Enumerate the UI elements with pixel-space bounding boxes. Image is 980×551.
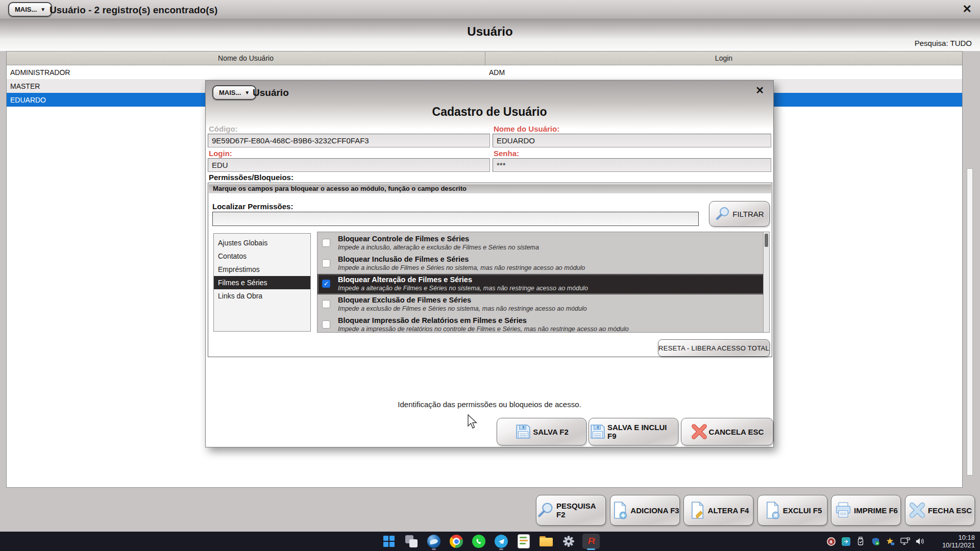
active-indicator <box>587 548 595 550</box>
gear-icon <box>562 535 575 548</box>
file-explorer-button[interactable] <box>535 532 557 551</box>
active-app-button[interactable]: Ft <box>580 532 602 551</box>
permission-title: Bloquear Inclusão de Filmes e Séries <box>338 255 759 264</box>
permission-list: Bloquear Controle de Filmes e Séries Imp… <box>317 232 770 333</box>
senha-field[interactable]: *** <box>493 158 771 172</box>
senha-label: Senha: <box>494 149 519 158</box>
page-title: Usuário <box>0 24 980 39</box>
fecha-label: FECHA ESC <box>928 506 972 515</box>
salva-inclui-button[interactable]: SALVA E INCLUI F9 <box>589 418 678 445</box>
magnifier-icon <box>715 206 731 222</box>
clock-time: 10:18 <box>958 534 975 541</box>
chevron-down-icon: ▼ <box>244 90 250 95</box>
scrollbar-thumb[interactable] <box>765 234 768 247</box>
app-screen: MAIS... ▼ Usuário - 2 registro(s) encont… <box>0 0 980 551</box>
mais-menu-label: MAIS... <box>15 6 37 13</box>
salva-button[interactable]: SALVA F2 <box>497 418 586 445</box>
table-row[interactable]: ADMINISTRADOR ADM <box>7 65 962 79</box>
permission-item[interactable]: Bloquear Exclusão de Filmes e Séries Imp… <box>317 294 769 315</box>
adiciona-button[interactable]: ADICIONA F3 <box>610 495 680 525</box>
tray-star-icon[interactable] <box>885 536 895 546</box>
settings-button[interactable] <box>557 532 580 551</box>
start-button[interactable] <box>378 532 400 551</box>
page-pencil-icon <box>688 501 706 519</box>
permissions-groupbox: Marque os campos para bloquear o acesso … <box>208 183 772 357</box>
tray-network-display-icon[interactable] <box>900 536 910 546</box>
nome-field[interactable]: EDUARDO <box>493 134 771 147</box>
pesquisa-label: PESQUISA F2 <box>556 502 605 519</box>
task-view-button[interactable] <box>400 532 423 551</box>
permission-description: Impede a alteração de Filmes e Séries no… <box>338 285 759 292</box>
task-view-icon <box>405 535 418 547</box>
altera-button[interactable]: ALTERA F4 <box>683 495 753 525</box>
permission-description: Impede a impressão de relatórios no cont… <box>338 325 759 333</box>
pesquisa-button[interactable]: PESQUISA F2 <box>536 495 606 525</box>
magnifier-icon <box>536 501 555 519</box>
clock-date: 10/11/2021 <box>942 541 975 549</box>
fecha-button[interactable]: FECHA ESC <box>905 495 975 525</box>
thunderbird-button[interactable] <box>423 532 445 551</box>
exclui-button[interactable]: EXCLUI F5 <box>757 495 827 525</box>
cell-user-name: ADMINISTRADOR <box>7 68 485 77</box>
page-x-icon <box>763 501 781 519</box>
tray-share-arrow-icon[interactable] <box>841 536 851 546</box>
dialog-title: Usuário <box>253 87 289 98</box>
window-title: Usuário - 2 registro(s) encontrado(s) <box>50 5 217 16</box>
permission-list-scrollbar[interactable] <box>763 232 769 332</box>
mais-menu-button[interactable]: MAIS... ▼ <box>8 2 52 17</box>
tray-usb-icon[interactable] <box>855 536 866 546</box>
table-header-row: Nome do Usuário Login <box>7 52 962 65</box>
telegram-button[interactable] <box>490 532 512 551</box>
text-editor-button[interactable] <box>512 532 535 551</box>
permission-title: Bloquear Exclusão de Filmes e Séries <box>338 296 759 305</box>
category-item[interactable]: Ajustes Globais <box>214 236 310 249</box>
login-field[interactable]: EDU <box>208 158 490 172</box>
printer-icon <box>834 501 852 519</box>
category-item[interactable]: Contatos <box>214 249 310 263</box>
tray-volume-icon[interactable] <box>915 536 925 546</box>
blue-x-icon <box>908 501 926 519</box>
filtrar-button[interactable]: FILTRAR <box>709 201 770 227</box>
user-edit-dialog: MAIS... ▼ Usuário ✕ Cadastro de Usuário … <box>205 80 774 447</box>
column-header-login: Login <box>485 52 962 65</box>
column-header-name: Nome do Usuário <box>7 52 485 65</box>
permission-item[interactable]: Bloquear Impressão de Relatórios em Film… <box>317 315 769 333</box>
taskbar-clock[interactable]: 10:18 10/11/2021 <box>942 534 975 549</box>
cancela-button[interactable]: CANCELA ESC <box>681 418 773 445</box>
chrome-button[interactable] <box>445 532 468 551</box>
permission-item[interactable]: Bloquear Controle de Filmes e Séries Imp… <box>317 233 769 254</box>
codigo-label: Código: <box>209 124 238 133</box>
category-item-selected[interactable]: Filmes e Séries <box>214 276 310 289</box>
imprime-label: IMPRIME F6 <box>854 506 898 515</box>
reseta-button[interactable]: RESETA - LIBERA ACESSO TOTAL <box>658 339 770 357</box>
category-item[interactable]: Empréstimos <box>214 263 310 276</box>
permission-title: Bloquear Controle de Filmes e Séries <box>338 235 759 243</box>
category-item[interactable]: Links da Obra <box>214 289 310 303</box>
checkbox[interactable] <box>322 259 330 267</box>
floppy-disk-icon <box>589 423 606 440</box>
dialog-mais-menu-button[interactable]: MAIS... ▼ <box>212 85 256 100</box>
folder-icon <box>540 536 553 546</box>
permission-item[interactable]: Bloquear Inclusão de Filmes e Séries Imp… <box>317 254 769 274</box>
close-window-icon[interactable]: ✕ <box>963 3 972 16</box>
system-tray: a <box>826 536 925 546</box>
localizar-input[interactable] <box>212 212 699 226</box>
imprime-button[interactable]: IMPRIME F6 <box>831 495 901 525</box>
dialog-close-icon[interactable]: ✕ <box>755 84 764 96</box>
whatsapp-button[interactable] <box>468 532 490 551</box>
checkbox[interactable] <box>322 300 330 308</box>
tray-red-a-icon[interactable]: a <box>826 536 836 546</box>
permission-description: Impede a exclusão de Filmes e Séries no … <box>338 305 759 313</box>
checkbox[interactable] <box>322 320 330 329</box>
permission-title: Bloquear Impressão de Relatórios em Film… <box>338 316 759 325</box>
tray-shield-check-icon[interactable] <box>870 536 880 546</box>
permission-item-selected[interactable]: Bloquear Alteração de Filmes e Séries Im… <box>317 274 769 294</box>
nome-label: Nome do Usuário: <box>494 124 559 133</box>
page-plus-icon <box>610 501 629 519</box>
active-app-glyph: Ft <box>588 536 594 546</box>
vertical-scrollbar[interactable] <box>967 168 973 475</box>
checkbox[interactable] <box>322 239 330 247</box>
checkbox-checked[interactable] <box>322 280 330 288</box>
permissions-section-label: Permissões/Bloqueios: <box>209 173 293 182</box>
active-app-icon: Ft <box>582 534 600 549</box>
